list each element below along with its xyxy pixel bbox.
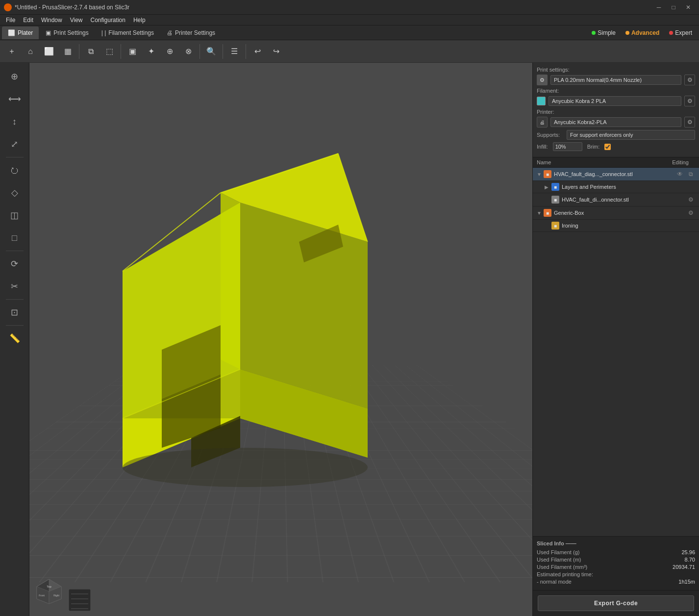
sliced-key-3: Estimated printing time: (537, 571, 593, 577)
advanced-dot (625, 31, 629, 35)
svg-point-16 (123, 448, 368, 487)
arrange-button[interactable]: ▦ (59, 43, 76, 60)
tab-print-settings[interactable]: ▣ Print Settings (40, 26, 94, 39)
support-paint-button[interactable]: ✦ (142, 43, 160, 60)
tab-printer-settings[interactable]: 🖨 Printer Settings (161, 26, 221, 39)
toolbar-sep-5 (246, 44, 246, 59)
tool-support-enforcers[interactable]: ⟳ (4, 253, 25, 275)
tree-header-name-label: Name (537, 159, 666, 165)
print-config-icon: ⚙ (537, 75, 548, 85)
menu-item-help[interactable]: Help (129, 16, 150, 25)
add-object-button[interactable]: + (3, 43, 21, 60)
orient-button[interactable]: ▣ (124, 43, 141, 60)
tree-item-generic-box[interactable]: ▼ ■ Generic-Box ⚙ (533, 206, 699, 220)
delete-button[interactable]: ⌂ (22, 43, 39, 60)
tool-cut[interactable]: ◫ (4, 205, 25, 226)
supports-label: Supports: (537, 132, 564, 138)
copy-button[interactable]: ⧉ (82, 43, 100, 60)
delete-all-button[interactable]: ⬜ (40, 43, 58, 60)
toolbar-sep-2 (121, 44, 121, 59)
title-text: *Untitled - PrusaSlicer-2.7.4 based on S… (15, 4, 129, 11)
tab-plater[interactable]: ⬜ Plater (2, 26, 39, 39)
tree-item-ironing[interactable]: ▶ ■ Ironing (533, 220, 699, 232)
tab-printer-label: Printer Settings (175, 29, 215, 36)
supports-row: Supports: For support enforcers only Non… (537, 130, 695, 140)
mode-buttons: Simple Advanced Expert (587, 28, 697, 38)
titlebar: *Untitled - PrusaSlicer-2.7.4 based on S… (0, 0, 699, 15)
tool-mirror[interactable]: ⭮ (4, 159, 25, 181)
arrow-3: ▶ (545, 197, 551, 203)
tool-measure[interactable]: 📏 (4, 328, 25, 349)
close-button[interactable]: ✕ (681, 2, 695, 12)
tree-item-hvac-child[interactable]: ▶ ■ HVAC_fault_di...onnector.stl ⚙ (533, 193, 699, 206)
navigation-cube[interactable]: Top Front Right (34, 577, 64, 606)
menu-item-view[interactable]: View (66, 16, 87, 25)
export-section: Export G-code (533, 590, 699, 616)
menu-item-window[interactable]: Window (37, 16, 66, 25)
tool-move[interactable]: ⊕ (4, 66, 25, 87)
maximize-button[interactable]: □ (667, 2, 680, 12)
mode-simple-button[interactable]: Simple (587, 28, 621, 38)
printer-icon: 🖨 (537, 117, 548, 128)
sliced-key-2: Used Filament (mm³) (537, 564, 587, 570)
supports-select[interactable]: For support enforcers only None Everywhe… (567, 130, 695, 140)
layerview-button[interactable]: ☰ (225, 43, 243, 60)
mode-expert-button[interactable]: Expert (664, 28, 697, 38)
item-edit-button[interactable]: ⧉ (686, 170, 695, 179)
infill-select[interactable]: 10% 15% 20% (553, 142, 582, 151)
undo-button[interactable]: ↩ (249, 43, 266, 60)
filament-color-swatch[interactable] (537, 97, 546, 105)
tool-variable-layer[interactable]: ⊡ (4, 302, 25, 323)
tool-place[interactable]: ⤢ (4, 133, 25, 155)
tree-item-actions-4: ⚙ (686, 208, 695, 217)
filament-icon: | | (101, 29, 106, 36)
tree-item-layers[interactable]: ▶ ■ Layers and Perimeters (533, 181, 699, 193)
minimize-button[interactable]: ─ (652, 2, 666, 12)
item-gear-button-3[interactable]: ⚙ (686, 195, 695, 204)
seam-paint-button[interactable]: ⊕ (161, 43, 178, 60)
titlebar-controls: ─ □ ✕ (652, 2, 695, 12)
layer-view-thumbnail[interactable] (69, 589, 91, 611)
tool-split[interactable]: ◇ (4, 182, 25, 204)
export-gcode-button[interactable]: Export G-code (538, 595, 694, 611)
sidebar-sep-2 (6, 251, 24, 251)
menu-item-edit[interactable]: Edit (19, 16, 37, 25)
tool-support-blockers[interactable]: ✂ (4, 276, 25, 297)
brim-checkbox[interactable] (604, 144, 611, 150)
tree-item-name-5: Ironing (562, 223, 695, 229)
object-icon-5: ■ (551, 222, 559, 230)
eye-toggle-button[interactable]: 👁 (675, 170, 684, 179)
filament-settings-button[interactable]: ⚙ (684, 96, 695, 106)
sliced-row-normal-mode: - normal mode 1h15m (537, 579, 695, 585)
print-config-select[interactable]: PLA 0.20mm Normal(0.4mm Nozzle) (550, 75, 681, 85)
tab-plater-label: Plater (18, 29, 33, 36)
menu-item-file[interactable]: File (2, 16, 19, 25)
tool-rotate[interactable]: ↕ (4, 111, 25, 132)
menu-item-configuration[interactable]: Configuration (87, 16, 129, 25)
plater-icon: ⬜ (8, 29, 15, 36)
fdm-paint-button[interactable]: ⊗ (179, 43, 197, 60)
filament-label: Filament: (537, 88, 695, 94)
sliced-key-0: Used Filament (g) (537, 549, 579, 555)
filament-select[interactable]: Anycubic Kobra 2 PLA (549, 96, 681, 106)
print-config-row: ⚙ PLA 0.20mm Normal(0.4mm Nozzle) ⚙ (537, 75, 695, 85)
redo-button[interactable]: ↪ (267, 43, 285, 60)
arrow-5: ▶ (545, 223, 551, 229)
print-settings-section: Print settings: ⚙ PLA 0.20mm Normal(0.4m… (533, 63, 699, 157)
tool-hollow[interactable]: □ (4, 227, 25, 249)
item-gear-button-4[interactable]: ⚙ (686, 208, 695, 217)
tool-scale[interactable]: ⟷ (4, 88, 25, 110)
printer-settings-button[interactable]: ⚙ (684, 117, 695, 128)
simple-label: Simple (598, 29, 616, 36)
paste-button[interactable]: ⬚ (100, 43, 118, 60)
viewport[interactable]: Top Front Right (29, 63, 532, 616)
print-config-settings-button[interactable]: ⚙ (684, 75, 695, 85)
tree-item-actions-3: ⚙ (686, 195, 695, 204)
tab-filament-settings[interactable]: | | Filament Settings (96, 26, 160, 39)
mode-advanced-button[interactable]: Advanced (621, 28, 664, 38)
brim-label: Brim: (587, 144, 600, 150)
printer-select[interactable]: Anycubic Kobra2-PLA (550, 117, 681, 127)
search-button[interactable]: 🔍 (202, 43, 220, 60)
svg-text:Top: Top (47, 585, 51, 588)
tree-item-hvac-root[interactable]: ▼ ■ HVAC_fault_diag..._connector.stl 👁 ⧉ (533, 168, 699, 181)
